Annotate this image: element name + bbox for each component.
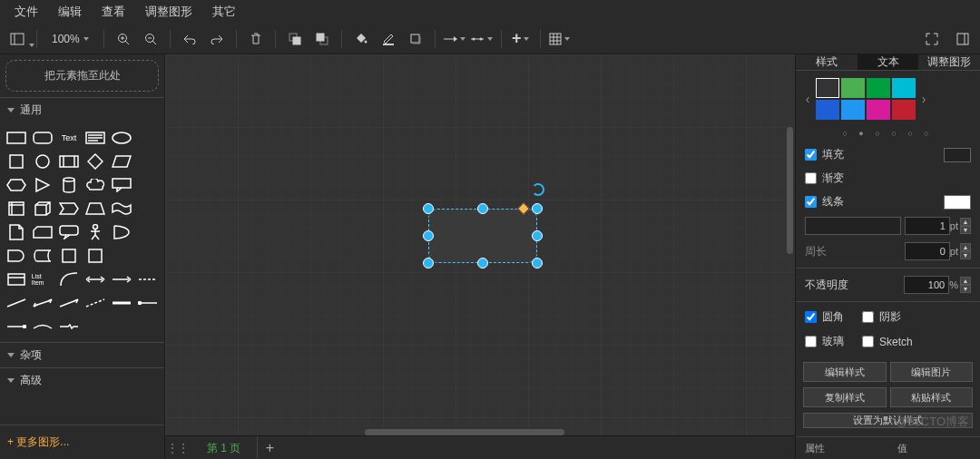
line-width-up[interactable]: ▲ — [960, 218, 971, 226]
shape-or[interactable] — [110, 222, 132, 242]
shape-list-item[interactable]: List Item — [32, 269, 54, 289]
insert-icon[interactable]: + — [509, 27, 533, 51]
resize-handle-w[interactable] — [423, 230, 434, 241]
resize-handle-sw[interactable] — [423, 258, 434, 269]
menu-view[interactable]: 查看 — [93, 0, 134, 24]
glass-checkbox[interactable] — [805, 336, 817, 347]
shape-blank5[interactable] — [136, 222, 159, 242]
sketch-checkbox[interactable] — [862, 336, 874, 347]
shape-and[interactable] — [5, 246, 28, 266]
shape-parallelogram[interactable] — [110, 151, 132, 171]
connection-icon[interactable] — [443, 27, 466, 51]
shape-line-dashed[interactable] — [136, 269, 159, 289]
fill-color-icon[interactable] — [349, 27, 373, 51]
menu-adjust[interactable]: 调整图形 — [136, 0, 201, 24]
shape-datastore[interactable] — [32, 246, 54, 266]
shape-blank[interactable] — [136, 128, 159, 148]
shape-blank4[interactable] — [136, 199, 159, 219]
rounded-checkbox[interactable] — [805, 311, 817, 323]
shape-curve[interactable] — [58, 269, 81, 289]
line-checkbox[interactable] — [805, 196, 817, 208]
shadow-checkbox[interactable] — [862, 311, 874, 323]
shape-blank2[interactable] — [136, 151, 159, 171]
shape-line2[interactable] — [5, 293, 28, 313]
line-width-down[interactable]: ▼ — [960, 226, 971, 234]
paste-style-button[interactable]: 粘贴样式 — [890, 387, 974, 407]
shape-text[interactable]: Text — [58, 128, 81, 148]
undo-icon[interactable] — [178, 27, 201, 51]
shape-blank3[interactable] — [136, 175, 159, 195]
horizontal-scrollbar[interactable] — [365, 429, 564, 435]
tab-arrange[interactable]: 调整图形 — [918, 54, 980, 71]
canvas[interactable]: ⋮⋮ 第 1 页 + — [165, 54, 795, 459]
pages-menu-icon[interactable]: ⋮⋮ — [165, 436, 191, 460]
resize-handle-se[interactable] — [532, 258, 543, 269]
color-swatch[interactable] — [867, 78, 890, 98]
shape-connector1[interactable] — [136, 293, 159, 313]
shape-list[interactable] — [5, 269, 28, 289]
vertical-scrollbar[interactable] — [787, 127, 793, 254]
shape-callout[interactable] — [110, 175, 132, 195]
selected-shape[interactable] — [428, 209, 537, 263]
resize-handle-ne[interactable] — [532, 203, 543, 214]
shape-ellipse[interactable] — [110, 128, 132, 148]
shape-internal-storage[interactable] — [5, 199, 28, 219]
shape-square2[interactable] — [58, 246, 81, 266]
tab-text[interactable]: 文本 — [858, 54, 919, 71]
shape-connector2[interactable] — [5, 317, 28, 337]
tab-style[interactable]: 样式 — [796, 54, 858, 71]
copy-style-button[interactable]: 复制样式 — [803, 387, 887, 407]
shape-step[interactable] — [58, 199, 81, 219]
shape-cylinder[interactable] — [58, 175, 81, 195]
to-front-icon[interactable] — [283, 27, 307, 51]
line-style-select[interactable] — [805, 217, 901, 235]
section-general[interactable]: 通用 — [0, 97, 164, 122]
color-swatch[interactable] — [816, 78, 839, 98]
color-swatch[interactable] — [816, 100, 839, 120]
shape-triangle[interactable] — [32, 175, 54, 195]
format-panel-toggle-icon[interactable] — [951, 27, 975, 51]
more-shapes-button[interactable]: + 更多图形... — [0, 425, 164, 459]
rotate-handle[interactable] — [532, 183, 544, 196]
gradient-checkbox[interactable] — [805, 172, 817, 184]
shape-cube[interactable] — [32, 199, 54, 219]
shape-cloud[interactable] — [84, 175, 107, 195]
line-width-input[interactable] — [905, 217, 950, 235]
table-icon[interactable] — [548, 27, 572, 51]
menu-other[interactable]: 其它 — [203, 0, 245, 24]
shape-diamond[interactable] — [84, 151, 107, 171]
shape-square[interactable] — [5, 151, 28, 171]
shape-blank6[interactable] — [110, 246, 132, 266]
opacity-down[interactable]: ▼ — [960, 285, 971, 293]
add-page-button[interactable]: + — [258, 440, 281, 456]
shape-square3[interactable] — [84, 246, 107, 266]
shape-actor[interactable] — [84, 222, 107, 242]
delete-icon[interactable] — [244, 27, 268, 51]
shape-arrow-bi[interactable] — [84, 269, 107, 289]
resize-handle-e[interactable] — [532, 230, 543, 241]
line-color-swatch[interactable] — [944, 195, 971, 210]
color-swatch[interactable] — [841, 78, 865, 98]
resize-handle-n[interactable] — [477, 203, 488, 214]
shape-textbox[interactable] — [84, 128, 107, 148]
color-swatch[interactable] — [892, 78, 916, 98]
shape-line-dashed2[interactable] — [84, 293, 107, 313]
color-swatch[interactable] — [867, 100, 890, 120]
perimeter-down[interactable]: ▼ — [960, 251, 971, 259]
shape-trapezoid[interactable] — [84, 199, 107, 219]
tab-page1[interactable]: 第 1 页 — [191, 436, 258, 460]
shape-tape[interactable] — [110, 199, 132, 219]
shape-hexagon[interactable] — [5, 175, 28, 195]
redo-icon[interactable] — [205, 27, 229, 51]
edit-style-button[interactable]: 编辑样式 — [803, 362, 887, 382]
swatch-prev-icon[interactable]: ‹ — [801, 92, 814, 106]
resize-handle-s[interactable] — [477, 258, 488, 269]
shadow-icon[interactable] — [404, 27, 427, 51]
shape-connector3[interactable] — [32, 317, 54, 337]
zoom-select[interactable]: 100% — [44, 33, 96, 45]
shape-card[interactable] — [32, 222, 54, 242]
section-misc[interactable]: 杂项 — [0, 342, 164, 367]
shape-circle[interactable] — [32, 151, 54, 171]
swatch-next-icon[interactable]: › — [917, 92, 930, 106]
menu-edit[interactable]: 编辑 — [49, 0, 91, 24]
